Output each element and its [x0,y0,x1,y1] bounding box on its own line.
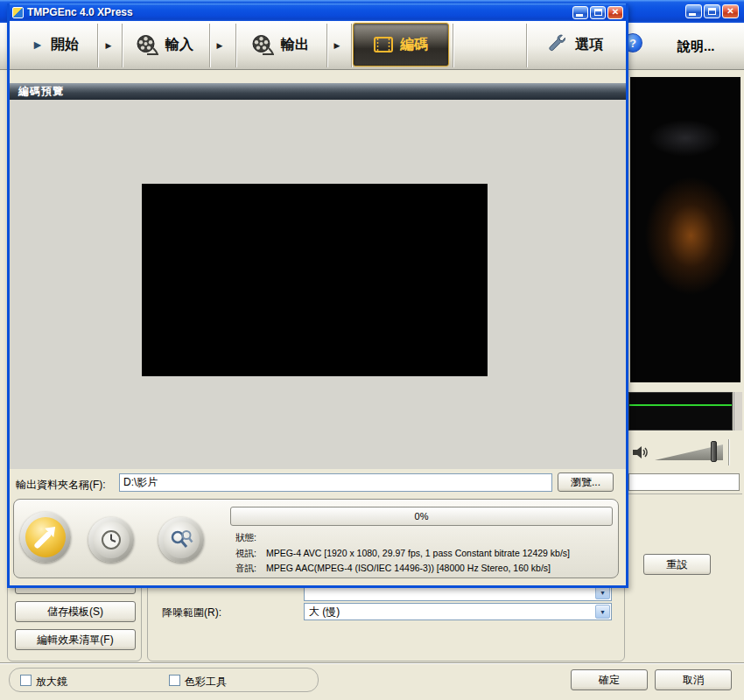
encode-control-panel: 0% 狀態: 視訊: MPEG-4 AVC [1920 x 1080, 29.9… [13,499,619,578]
status-row: 狀態: [235,532,263,544]
output-tab-button[interactable]: 輸出 [236,24,324,65]
cancel-button-label: 取消 [683,673,704,688]
encode-progress-bar: 0% [230,507,613,526]
dialog-window-controls: ✕ [572,6,623,19]
noise-range-label: 降噪範圍(R): [162,606,221,620]
encode-preview-dialog: TMPGEnc 4.0 XPress ✕ ► 開始 ▶ [7,4,628,588]
ok-button-label: 確定 [599,673,620,688]
help-button[interactable]: ? 說明... [613,26,742,66]
audio-info-label: 音訊: [235,563,263,575]
ok-button[interactable]: 確定 [571,669,648,690]
maximize-icon [594,9,602,16]
start-encode-button[interactable] [20,512,71,563]
preview-area [10,100,626,469]
reset-button-label: 重設 [667,557,688,572]
encode-arrow-icon [33,526,58,549]
toolbar-separator [453,24,454,67]
input-tab-label: 輸入 [165,36,193,54]
volume-control[interactable] [628,438,742,469]
clock-icon [100,528,123,551]
film-reel-icon [251,33,274,56]
dialog-titlebar[interactable]: TMPGEnc 4.0 XPress ✕ [10,4,626,21]
progress-text: 0% [415,511,429,522]
reset-button[interactable]: 重設 [643,554,711,575]
step-arrow-icon[interactable]: ▶ [210,35,229,56]
options-tab-label: 選項 [575,36,603,54]
video-info-row: 視訊: MPEG-4 AVC [1920 x 1080, 29.97 fps, … [235,548,570,560]
timeline-strip[interactable] [628,392,733,430]
timeline-marker-line [629,404,732,406]
main-minimize-button[interactable] [685,4,702,18]
compare-preview-button-face [163,522,200,558]
bottom-divider [0,662,744,664]
schedule-button[interactable] [88,517,134,563]
magnifier-checkbox[interactable] [20,675,32,686]
status-label: 狀態: [235,532,263,544]
start-tab-label: 開始 [51,36,79,54]
output-folder-label: 輸出資料夾名稱(F): [16,476,106,494]
step-arrow-icon[interactable]: ▶ [99,35,118,56]
noise-range-value: 大 (慢) [309,605,340,620]
browse-button-label: 瀏覽... [571,475,600,490]
play-icon: ► [32,38,44,51]
video-info-value: MPEG-4 AVC [1920 x 1080, 29.97 fps, 1 pa… [266,548,570,558]
start-tab-button[interactable]: ► 開始 [15,24,95,65]
output-folder-input[interactable] [119,473,552,492]
panel-divider [628,494,742,494]
toolbar-separator [728,439,730,466]
close-icon: ✕ [726,7,733,16]
input-tab-button[interactable]: 輸入 [123,24,206,65]
wrench-icon [547,34,568,55]
source-video-thumbnail [630,77,740,382]
dialog-minimize-button[interactable] [572,6,588,19]
minimize-icon [576,14,583,17]
schedule-button-face [93,522,130,558]
clip-list-panel [628,473,740,491]
volume-slider-thumb[interactable] [711,441,717,462]
dialog-maximize-button[interactable] [590,6,606,19]
magnifier-checkbox-label: 放大鏡 [36,675,67,690]
speaker-icon [632,444,651,461]
film-strip-icon [374,37,393,52]
chevron-down-icon[interactable]: ▼ [595,605,610,619]
dialog-toolbar: ► 開始 ▶ 輸入 ▶ [10,21,626,70]
start-encode-button-face [25,517,66,557]
help-button-label: 說明... [677,38,715,55]
video-preview [142,184,488,376]
options-tab-button[interactable]: 選項 [528,24,622,65]
main-close-button[interactable]: ✕ [722,4,739,18]
audio-info-value: MPEG AAC(MPEG-4 (ISO/IEC 14496-3)) [4800… [266,563,551,573]
encode-tab-button[interactable]: 編碼 [353,23,449,66]
main-window-controls: ✕ [685,4,739,18]
close-icon: ✕ [612,8,619,17]
compare-preview-button[interactable] [158,517,204,563]
maximize-icon [708,8,716,15]
video-info-label: 視訊: [235,548,263,560]
color-tool-checkbox-label: 色彩工具 [185,675,227,690]
save-template-label: 儲存模板(S) [47,605,103,620]
step-arrow-icon[interactable]: ▶ [327,35,347,56]
browse-button[interactable]: 瀏覽... [558,472,614,492]
audio-info-row: 音訊: MPEG AAC(MPEG-4 (ISO/IEC 14496-3)) [… [235,563,551,575]
film-reel-icon [136,33,158,56]
view-tools-group: 放大鏡 色彩工具 [9,668,319,692]
save-template-button[interactable]: 儲存模板(S) [15,601,136,622]
noise-range-combo[interactable]: 大 (慢) ▼ [304,603,612,620]
color-tool-checkbox[interactable] [169,675,180,686]
timeline-scrollbar[interactable] [733,392,742,430]
magnifier-pair-icon [169,528,193,551]
preview-header: 編碼預覽 [10,83,626,100]
minimize-icon [689,13,696,16]
cancel-button[interactable]: 取消 [655,669,732,690]
main-maximize-button[interactable] [704,4,720,18]
dialog-close-button[interactable]: ✕ [607,6,623,19]
output-tab-label: 輸出 [281,36,309,54]
edit-effect-list-button[interactable]: 編輯效果清單(F) [15,629,136,650]
dialog-title: TMPGEnc 4.0 XPress [27,6,133,18]
encode-tab-label: 編碼 [400,36,428,54]
app-icon [12,7,24,18]
preview-header-title: 編碼預覽 [18,85,64,97]
edit-effect-list-label: 編輯效果清單(F) [37,633,113,648]
